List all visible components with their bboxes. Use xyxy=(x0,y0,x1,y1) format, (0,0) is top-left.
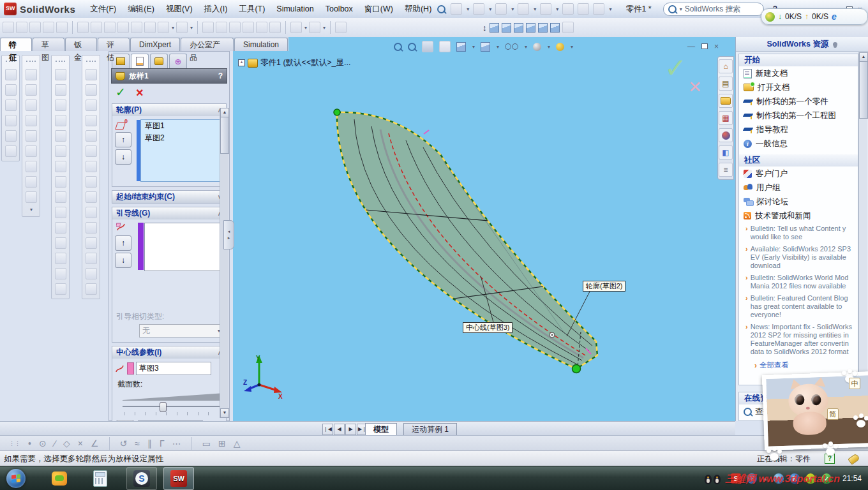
link-general-info[interactable]: i一般信息 xyxy=(739,137,858,151)
dropdown-arrow[interactable]: ▾ xyxy=(172,25,174,31)
toolbar-icon[interactable] xyxy=(335,22,347,33)
taskbar-s-app[interactable]: S xyxy=(126,467,157,490)
dimxpert-manager-tab[interactable]: ⊕ xyxy=(169,54,187,68)
pattern-tool-icon[interactable]: ⋯ xyxy=(172,438,181,449)
menu-toolbox[interactable]: Toolbox xyxy=(320,1,359,17)
custom-properties-icon[interactable]: ≡ xyxy=(719,163,733,177)
search-dropdown-arrow[interactable]: ▾ xyxy=(680,6,682,12)
section-view-icon[interactable] xyxy=(439,41,451,52)
bulletin-item[interactable]: ›Bulletin: Tell us what Content y would … xyxy=(739,223,858,243)
polygon-tool-icon[interactable]: ◇ xyxy=(63,438,70,449)
tab-office-products[interactable]: 办公室产品 xyxy=(181,38,234,51)
view-back-icon[interactable] xyxy=(502,23,511,33)
toolbar-icon[interactable] xyxy=(29,22,41,33)
scenes-icon[interactable]: ◧ xyxy=(719,145,733,160)
bulletin-item[interactable]: ›News: Important fix - SolidWorks 2012 S… xyxy=(739,321,858,358)
toolbar-icon[interactable] xyxy=(86,253,97,264)
toolbar-icon[interactable] xyxy=(55,207,66,218)
toolbar-icon[interactable] xyxy=(229,22,241,33)
next-tab-button[interactable]: ▶ xyxy=(345,424,356,435)
panel-splitter-handle[interactable]: ◂▸ xyxy=(223,220,234,249)
profiles-listbox[interactable]: 草图1 草图2 xyxy=(140,119,222,182)
dropdown-arrow[interactable]: ▾ xyxy=(304,25,307,31)
bulletin-item[interactable]: ›Bulletin: SolidWorks World Mod Mania 20… xyxy=(739,272,858,292)
corner-tool-icon[interactable]: Γ xyxy=(160,438,165,449)
pin-icon[interactable] xyxy=(833,42,837,47)
view-iso-icon[interactable] xyxy=(550,23,560,33)
toolbar-icon[interactable] xyxy=(55,161,66,172)
toolbar-icon[interactable] xyxy=(26,145,37,157)
taskbar-solidworks-app[interactable]: SW xyxy=(163,467,194,490)
toolbar-icon[interactable] xyxy=(55,100,66,111)
toolbar-icon[interactable] xyxy=(77,22,89,33)
fillet-tool-icon[interactable]: ↺ xyxy=(120,438,128,449)
view-top-icon[interactable] xyxy=(538,23,548,33)
toolbar-icon[interactable] xyxy=(26,130,37,142)
toolbar-icon[interactable] xyxy=(55,145,66,157)
move-up-button[interactable]: ↑ xyxy=(115,235,131,251)
toolbar-icon[interactable] xyxy=(26,161,37,172)
tab-motion-study[interactable]: 运动算例 1 xyxy=(403,423,457,436)
dropdown-arrow[interactable]: ▾ xyxy=(190,25,193,31)
toolbar-icon[interactable] xyxy=(243,22,254,33)
move-up-button[interactable]: ↑ xyxy=(115,132,131,147)
property-manager-tab[interactable] xyxy=(131,54,149,68)
tab-features[interactable]: 特征 xyxy=(0,38,32,51)
tab-sketch[interactable]: 草图 xyxy=(33,38,64,51)
link-new-document[interactable]: 新建文档 xyxy=(739,66,858,80)
file-explorer-icon[interactable] xyxy=(719,94,733,108)
dropdown-arrow[interactable]: ▾ xyxy=(497,44,499,50)
toolbar-icon[interactable] xyxy=(158,22,169,33)
tab-dimxpert[interactable]: DimXpert xyxy=(130,38,180,51)
link-customer-portal[interactable]: 客户门户 xyxy=(739,167,858,181)
toolbar-icon[interactable] xyxy=(5,100,17,111)
sections-slider[interactable] xyxy=(123,402,225,411)
feature-manager-tab[interactable] xyxy=(112,54,130,68)
ok-button[interactable]: ✓ xyxy=(116,87,126,98)
scroll-thumb[interactable] xyxy=(220,117,229,154)
menu-view[interactable]: 视图(V) xyxy=(160,1,198,17)
toolbar-icon[interactable] xyxy=(176,22,188,33)
scroll-thumb[interactable] xyxy=(859,61,868,119)
feature-tree-flyout[interactable]: + 零件1 (默认<<默认>_显... xyxy=(238,57,350,68)
toolbar-icon[interactable] xyxy=(86,69,97,80)
new-document-icon[interactable] xyxy=(451,3,462,15)
dropdown-arrow[interactable]: ▾ xyxy=(525,44,527,50)
home-icon[interactable]: ⌂ xyxy=(719,59,733,73)
display-style-icon[interactable] xyxy=(481,42,490,52)
network-speed-overlay[interactable]: ↓ 0K/S ↑ 0K/S e xyxy=(761,8,868,25)
link-discussion-forum[interactable]: 探讨论坛 xyxy=(739,195,858,209)
point-tool-icon[interactable]: • xyxy=(28,438,31,449)
toolbar-icon[interactable] xyxy=(55,222,66,234)
open-document-icon[interactable] xyxy=(473,3,484,15)
toolbar-icon[interactable] xyxy=(91,22,102,33)
select-icon[interactable] xyxy=(562,3,574,15)
confirmation-cancel-icon[interactable]: × xyxy=(689,74,701,99)
toolbar-icon[interactable] xyxy=(86,268,97,279)
toolbar-icon[interactable] xyxy=(202,22,214,33)
parallel-tool-icon[interactable]: ∥ xyxy=(147,438,152,449)
link-open-document[interactable]: 打开文档 xyxy=(739,80,858,94)
tree-root-label[interactable]: 零件1 (默认<<默认>_显... xyxy=(260,57,350,68)
toolbar-icon[interactable] xyxy=(562,22,574,33)
toolbar-icon[interactable] xyxy=(5,145,17,157)
zoom-area-icon[interactable] xyxy=(408,43,416,51)
toolbar-icon[interactable] xyxy=(131,22,142,33)
start-button[interactable] xyxy=(6,469,26,488)
triangle-tool-icon[interactable]: △ xyxy=(234,438,241,449)
solidworks-search-box[interactable]: ▾ SolidWorks 搜索 xyxy=(663,3,764,16)
menu-tools[interactable]: 工具(T) xyxy=(233,1,271,17)
view-orientation-icon[interactable] xyxy=(456,42,466,52)
menu-help[interactable]: 帮助(H) xyxy=(399,1,437,17)
link-user-groups[interactable]: 用户组 xyxy=(739,181,858,195)
move-down-button[interactable]: ↓ xyxy=(115,253,131,268)
scroll-down-arrow[interactable]: ▼ xyxy=(220,408,229,418)
callout-centerline[interactable]: 中心线(草图3) xyxy=(463,322,513,333)
toolbar-icon[interactable] xyxy=(86,207,97,218)
link-first-part[interactable]: 制作我的第一个零件 xyxy=(739,94,858,108)
doc-minimize-button[interactable]: — xyxy=(687,42,695,51)
toolbar-icon[interactable] xyxy=(26,100,37,111)
toolbar-icon[interactable] xyxy=(55,237,66,249)
guide-curves-listbox[interactable] xyxy=(144,223,222,271)
toolbar-icon[interactable] xyxy=(86,115,97,126)
